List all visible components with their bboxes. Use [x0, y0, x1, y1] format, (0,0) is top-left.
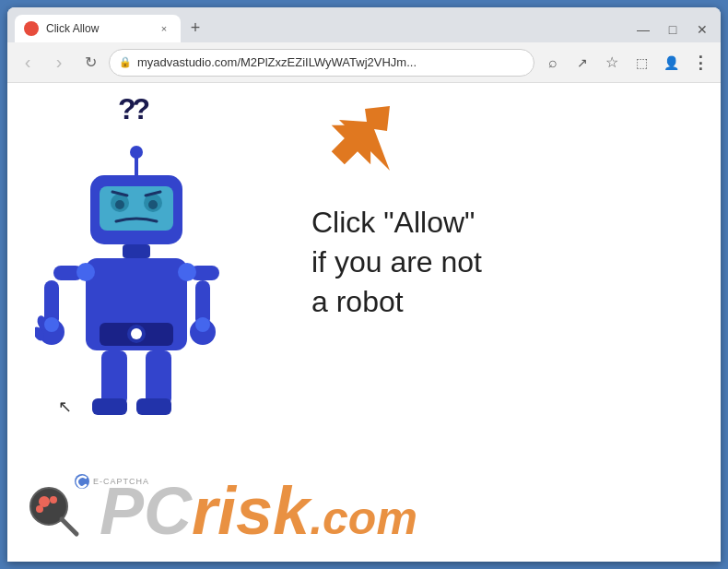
ecaptcha-label: E-CAPTCHA	[93, 477, 149, 486]
svg-point-37	[36, 505, 43, 513]
pcrisk-risk: risk	[192, 474, 310, 548]
extensions-icon[interactable]: ⬚	[628, 50, 654, 76]
search-icon[interactable]: ⌕	[540, 50, 566, 76]
svg-point-3	[130, 146, 143, 159]
ecaptcha-badge: E-CAPTCHA	[74, 473, 149, 490]
svg-point-29	[76, 263, 95, 281]
lock-icon: 🔒	[119, 56, 132, 68]
window-controls: — □ ✕	[636, 22, 713, 37]
main-text-line3: a robot	[311, 282, 482, 322]
pcrisk-domain: .com	[310, 492, 417, 544]
browser-toolbar: ‹ › ↻ 🔒 myadvastudio.com/M2PlZxzEZiILWyW…	[7, 42, 721, 83]
svg-line-34	[62, 519, 76, 534]
mouse-cursor: ↖	[58, 397, 72, 417]
title-bar: Click Allow × + — □ ✕	[7, 7, 721, 42]
svg-rect-5	[100, 186, 173, 231]
pcrisk-watermark: E-CAPTCHA PCrisk.com	[7, 460, 721, 562]
profile-icon[interactable]: 👤	[658, 50, 684, 76]
svg-rect-26	[92, 398, 127, 415]
share-icon[interactable]: ↗	[569, 50, 595, 76]
browser-tab[interactable]: Click Allow ×	[15, 15, 181, 42]
close-button[interactable]: ✕	[695, 22, 710, 37]
svg-point-31	[44, 317, 59, 332]
reload-button[interactable]: ↻	[77, 50, 103, 76]
svg-rect-27	[146, 350, 171, 406]
main-text-line2: if you are not	[311, 243, 482, 282]
svg-point-16	[131, 328, 142, 339]
tab-favicon	[24, 21, 39, 36]
svg-point-11	[148, 200, 158, 209]
svg-rect-12	[123, 244, 150, 258]
svg-point-30	[178, 263, 196, 281]
back-button[interactable]: ‹	[15, 50, 41, 76]
main-text-line1: Click "Allow"	[311, 203, 482, 243]
pcrisk-logo-icon	[26, 483, 81, 539]
toolbar-actions: ⌕ ↗ ☆ ⬚ 👤 ⋮	[540, 50, 713, 76]
svg-point-10	[115, 200, 124, 209]
bookmark-icon[interactable]: ☆	[599, 50, 625, 76]
browser-window: Click Allow × + — □ ✕ ‹ › ↻ 🔒 myadvastud…	[7, 7, 721, 562]
tab-close-button[interactable]: ×	[157, 21, 171, 36]
new-tab-button[interactable]: +	[182, 15, 208, 41]
svg-point-36	[50, 496, 57, 504]
svg-rect-28	[136, 398, 171, 415]
forward-button[interactable]: ›	[46, 50, 72, 76]
address-bar[interactable]: 🔒 myadvastudio.com/M2PlZxzEZiILWyWATwj2V…	[109, 49, 534, 77]
page-content: ??	[7, 83, 721, 562]
main-text: Click "Allow" if you are not a robot	[311, 203, 482, 323]
tab-title: Click Allow	[46, 22, 149, 35]
address-text: myadvastudio.com/M2PlZxzEZiILWyWATwj2VHJ…	[137, 55, 524, 69]
question-marks: ??	[118, 92, 147, 126]
minimize-button[interactable]: —	[636, 22, 651, 37]
svg-rect-25	[101, 350, 127, 406]
svg-point-32	[195, 317, 210, 332]
menu-icon[interactable]: ⋮	[687, 50, 713, 76]
maximize-button[interactable]: □	[665, 22, 680, 37]
